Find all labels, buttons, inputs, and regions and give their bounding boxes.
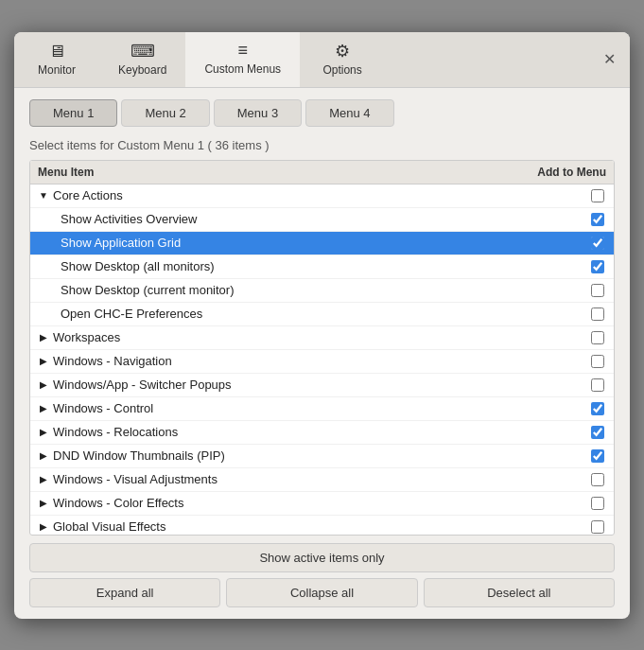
- custom-menus-icon: ≡: [237, 42, 248, 59]
- deselect-all-button[interactable]: Deselect all: [424, 578, 615, 607]
- list-item[interactable]: Show Activities Overview: [30, 208, 614, 232]
- collapse-all-button[interactable]: Collapse all: [226, 578, 417, 607]
- list-item[interactable]: ▶ Workspaces: [30, 326, 614, 350]
- expand-arrow-icon[interactable]: ▶: [38, 427, 49, 437]
- list-item[interactable]: ▶ DND Window Thumbnails (PIP): [30, 445, 614, 468]
- add-to-menu-checkbox[interactable]: [591, 473, 604, 486]
- expand-arrow-icon[interactable]: ▶: [38, 474, 49, 484]
- keyboard-icon: ⌨: [131, 43, 155, 60]
- bottom-bar: Show active items only Expand all Collap…: [29, 543, 615, 607]
- tab-custom-menus[interactable]: ≡ Custom Menus: [185, 32, 300, 87]
- expand-arrow-icon[interactable]: ▶: [38, 450, 49, 461]
- add-to-menu-checkbox[interactable]: [591, 260, 604, 273]
- list-item[interactable]: ▶ Windows - Navigation: [30, 350, 614, 374]
- add-to-menu-checkbox[interactable]: [591, 213, 604, 226]
- list-item[interactable]: ▼ Core Actions: [30, 184, 614, 208]
- add-to-menu-checkbox[interactable]: [591, 449, 604, 463]
- expand-arrow-icon[interactable]: ▶: [38, 521, 49, 532]
- list-item[interactable]: ▶ Windows - Control: [30, 397, 614, 421]
- tab-options[interactable]: ⚙ Options: [300, 32, 385, 87]
- add-to-menu-checkbox[interactable]: [591, 307, 604, 321]
- list-body[interactable]: ▼ Core Actions Show Activities Overview: [30, 184, 614, 535]
- tab-keyboard[interactable]: ⌨ Keyboard: [99, 32, 185, 87]
- menu-tabs: Menu 1 Menu 2 Menu 3 Menu 4: [29, 99, 615, 127]
- show-active-button[interactable]: Show active items only: [29, 543, 615, 572]
- expand-arrow-icon[interactable]: ▶: [38, 379, 49, 390]
- close-button[interactable]: ✕: [598, 48, 620, 71]
- expand-arrow-icon[interactable]: ▶: [38, 332, 49, 343]
- add-to-menu-checkbox[interactable]: [591, 355, 604, 368]
- list-item[interactable]: ▶ Windows - Relocations: [30, 421, 614, 445]
- list-item[interactable]: Show Desktop (all monitors): [30, 255, 614, 279]
- expand-all-button[interactable]: Expand all: [29, 578, 220, 607]
- add-to-menu-checkbox[interactable]: [591, 520, 604, 534]
- main-window: 🖥 Monitor ⌨ Keyboard ≡ Custom Menus ⚙ Op…: [14, 32, 630, 619]
- add-to-menu-checkbox[interactable]: [591, 497, 604, 510]
- menu-tab-1[interactable]: Menu 1: [29, 99, 117, 127]
- add-to-menu-checkbox[interactable]: [591, 402, 604, 415]
- add-to-menu-checkbox[interactable]: [591, 426, 604, 439]
- expand-arrow-icon[interactable]: ▼: [38, 190, 49, 201]
- add-to-menu-checkbox[interactable]: [591, 237, 604, 250]
- tab-monitor[interactable]: 🖥 Monitor: [14, 32, 99, 87]
- content-area: Menu 1 Menu 2 Menu 3 Menu 4 Select items…: [14, 88, 630, 619]
- list-item[interactable]: ▶ Windows - Color Effects: [30, 492, 614, 516]
- action-row: Expand all Collapse all Deselect all: [29, 578, 615, 607]
- menu-tab-3[interactable]: Menu 3: [214, 99, 302, 127]
- expand-arrow-icon[interactable]: ▶: [38, 498, 49, 508]
- menu-tab-2[interactable]: Menu 2: [121, 99, 209, 127]
- expand-arrow-icon[interactable]: ▶: [38, 403, 49, 413]
- list-header: Menu Item Add to Menu: [30, 161, 614, 184]
- add-to-menu-checkbox[interactable]: [591, 189, 604, 202]
- list-item-selected[interactable]: Show Application Grid: [30, 232, 614, 255]
- list-item[interactable]: ▶ Windows - Visual Adjustments: [30, 468, 614, 492]
- titlebar: 🖥 Monitor ⌨ Keyboard ≡ Custom Menus ⚙ Op…: [14, 32, 630, 88]
- menu-tab-4[interactable]: Menu 4: [305, 99, 393, 127]
- add-to-menu-checkbox[interactable]: [591, 331, 604, 344]
- expand-arrow-icon[interactable]: ▶: [38, 356, 49, 366]
- list-item[interactable]: Show Desktop (current monitor): [30, 279, 614, 303]
- list-item[interactable]: ▶ Windows/App - Switcher Popups: [30, 374, 614, 397]
- list-item[interactable]: Open CHC-E Preferences: [30, 303, 614, 326]
- options-icon: ⚙: [335, 43, 350, 60]
- select-label: Select items for Custom Menu 1 ( 36 item…: [29, 138, 615, 152]
- menu-item-list: Menu Item Add to Menu ▼ Core Actions: [29, 160, 615, 536]
- add-to-menu-checkbox[interactable]: [591, 284, 604, 297]
- list-item[interactable]: ▶ Global Visual Effects: [30, 516, 614, 535]
- monitor-icon: 🖥: [48, 43, 65, 60]
- add-to-menu-checkbox[interactable]: [591, 378, 604, 392]
